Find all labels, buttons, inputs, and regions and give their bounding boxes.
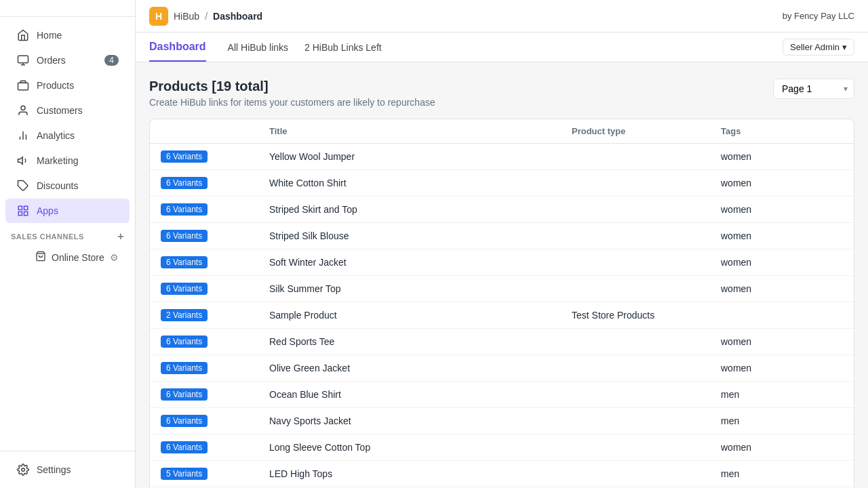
tags-cell: women: [721, 442, 843, 453]
subnav: Dashboard All HiBub links 2 HiBub Links …: [136, 33, 868, 62]
title-cell: Striped Skirt and Top: [269, 204, 572, 215]
sidebar-item-home[interactable]: Home: [5, 23, 130, 47]
variant-badge-cell: 6 Variants: [161, 415, 269, 427]
tags-cell: women: [721, 151, 843, 162]
sidebar-section-sales-channels: SALES CHANNELS +: [0, 224, 135, 245]
sidebar-item-analytics[interactable]: Analytics: [5, 123, 130, 148]
main-content: H HiBub / Dashboard by Fency Pay LLC Das…: [136, 0, 868, 488]
svg-rect-11: [24, 212, 28, 216]
table-row: 6 Variants White Cotton Shirt women: [150, 170, 854, 197]
sidebar-item-orders[interactable]: Orders 4: [5, 48, 130, 73]
analytics-icon: [16, 129, 30, 142]
variant-badge[interactable]: 6 Variants: [161, 177, 208, 189]
online-store-icon: [35, 251, 46, 264]
breadcrumb: H HiBub / Dashboard: [149, 7, 262, 26]
title-cell: Soft Winter Jacket: [269, 257, 572, 268]
subnav-title[interactable]: Dashboard: [149, 33, 206, 62]
table-row: 6 Variants Soft Winter Jacket women: [150, 249, 854, 276]
subnav-link-all[interactable]: All HiBub links: [220, 35, 296, 60]
table-header: Title Product type Tags: [150, 119, 854, 144]
sidebar-item-customers[interactable]: Customers: [5, 98, 130, 123]
settings-icon: [16, 463, 30, 476]
sidebar-item-discounts[interactable]: Discounts: [5, 174, 130, 198]
svg-rect-0: [18, 56, 28, 63]
tags-cell: women: [721, 336, 843, 347]
title-cell: Striped Silk Blouse: [269, 230, 572, 241]
discounts-icon: [16, 179, 30, 192]
variant-badge-cell: 6 Variants: [161, 150, 269, 163]
page-select-wrap: Page 1Page 2 ▾: [773, 79, 854, 99]
sidebar-logo: [0, 0, 135, 17]
variant-badge[interactable]: 2 Variants: [161, 309, 208, 321]
variant-badge[interactable]: 6 Variants: [161, 441, 208, 453]
customers-icon: [16, 104, 30, 117]
sidebar-item-marketing[interactable]: Marketing: [5, 148, 130, 173]
marketing-icon: [16, 154, 30, 167]
title-cell: LED High Tops: [269, 468, 572, 479]
sidebar-item-products[interactable]: Products: [5, 73, 130, 98]
variant-badge-cell: 6 Variants: [161, 283, 269, 295]
add-sales-channel-icon[interactable]: +: [117, 230, 124, 243]
variant-badge[interactable]: 6 Variants: [161, 388, 208, 401]
breadcrumb-separator: /: [205, 11, 208, 22]
sidebar-item-online-store[interactable]: Online Store ⚙: [5, 246, 130, 268]
svg-rect-10: [24, 206, 28, 209]
variant-badge[interactable]: 6 Variants: [161, 362, 208, 374]
sidebar-item-label: Marketing: [37, 155, 78, 166]
col-header-type: Product type: [572, 126, 721, 136]
variant-badge-cell: 6 Variants: [161, 362, 269, 374]
tags-cell: women: [721, 230, 843, 241]
title-cell: Olive Green Jacket: [269, 363, 572, 373]
sidebar-item-label: Customers: [37, 105, 83, 116]
variant-badge[interactable]: 6 Variants: [161, 230, 208, 242]
tags-cell: men: [721, 389, 843, 400]
table-row: 5 Variants LED High Tops men: [150, 461, 854, 487]
orders-icon: [16, 54, 30, 67]
title-cell: Navy Sports Jacket: [269, 415, 572, 426]
online-store-settings-icon[interactable]: ⚙: [110, 252, 119, 263]
variant-badge-cell: 6 Variants: [161, 203, 269, 216]
sidebar-item-label: Products: [37, 80, 74, 91]
title-cell: Yellow Wool Jumper: [269, 151, 572, 162]
variant-badge[interactable]: 6 Variants: [161, 415, 208, 427]
sidebar-item-label: Home: [37, 30, 62, 41]
subnav-link-left[interactable]: 2 HiBub Links Left: [296, 35, 390, 60]
variant-badge-cell: 6 Variants: [161, 388, 269, 401]
products-icon: [16, 79, 30, 92]
variant-badge[interactable]: 6 Variants: [161, 203, 208, 216]
sidebar: Home Orders 4 Products Customers Analy: [0, 0, 136, 488]
products-table: Title Product type Tags 6 Variants Yello…: [149, 119, 854, 488]
svg-rect-12: [18, 212, 22, 216]
sidebar-item-settings[interactable]: Settings: [5, 458, 130, 482]
orders-badge: 4: [104, 55, 119, 66]
variant-badge[interactable]: 6 Variants: [161, 256, 208, 268]
variant-badge[interactable]: 6 Variants: [161, 283, 208, 295]
title-cell: Long Sleeve Cotton Top: [269, 442, 572, 453]
seller-admin-dropdown[interactable]: Seller Admin ▾: [783, 39, 854, 56]
page-select[interactable]: Page 1Page 2: [773, 79, 854, 99]
title-cell: Sample Product: [269, 310, 572, 321]
tags-cell: women: [721, 363, 843, 373]
app-icon: H: [149, 7, 168, 26]
subnav-left: Dashboard All HiBub links 2 HiBub Links …: [149, 33, 390, 62]
col-header-title: Title: [269, 126, 572, 136]
variant-badge-cell: 6 Variants: [161, 336, 269, 348]
topbar: H HiBub / Dashboard by Fency Pay LLC: [136, 0, 868, 33]
variant-badge[interactable]: 6 Variants: [161, 150, 208, 163]
breadcrumb-parent[interactable]: HiBub: [174, 11, 199, 22]
variant-badge-cell: 5 Variants: [161, 468, 269, 480]
variant-badge[interactable]: 5 Variants: [161, 468, 208, 480]
variant-badge[interactable]: 6 Variants: [161, 336, 208, 348]
table-body: 6 Variants Yellow Wool Jumper women 6 Va…: [150, 144, 854, 488]
svg-marker-7: [18, 157, 23, 165]
topbar-by-label: by Fency Pay LLC: [783, 11, 854, 21]
products-subtitle: Create HiBub links for items your custom…: [149, 97, 435, 108]
col-header-tags: Tags: [721, 126, 843, 136]
sidebar-bottom: Settings: [0, 451, 135, 488]
tags-cell: men: [721, 415, 843, 426]
svg-rect-9: [18, 206, 22, 209]
dropdown-arrow-icon: ▾: [842, 42, 847, 52]
breadcrumb-current: Dashboard: [213, 11, 262, 22]
sidebar-item-apps[interactable]: Apps: [5, 199, 130, 223]
tags-cell: women: [721, 257, 843, 268]
